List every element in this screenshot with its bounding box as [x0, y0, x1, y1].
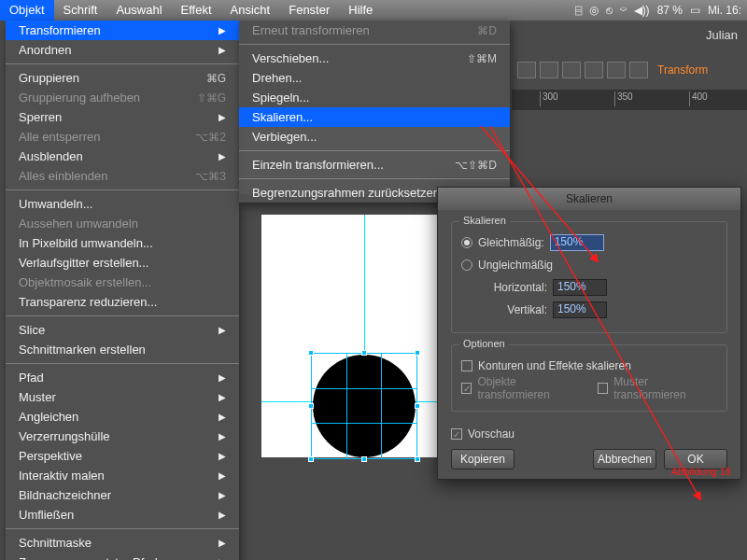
menu-item[interactable]: Verbiegen...: [239, 127, 510, 147]
menu-shortcut: ⇧⌘M: [467, 52, 497, 65]
resize-handle[interactable]: [308, 403, 314, 409]
menu-item[interactable]: In Pixelbild umwandeln...: [6, 233, 239, 253]
menu-item[interactable]: Anordnen▶: [6, 40, 239, 60]
menu-item-label: Bildnachzeichner: [19, 488, 111, 502]
submenu-arrow-icon: ▶: [218, 392, 226, 402]
align-icon[interactable]: [607, 62, 626, 78]
submenu-arrow-icon: ▶: [218, 431, 226, 441]
align-toolbar: Transform: [514, 56, 747, 84]
menu-item[interactable]: Bildnachzeichner▶: [6, 485, 239, 505]
menu-item[interactable]: Angleichen▶: [6, 407, 239, 427]
menu-item[interactable]: Schnittmaske▶: [6, 533, 239, 553]
resize-handle[interactable]: [361, 350, 367, 356]
menu-item-label: Angleichen: [19, 410, 78, 424]
objekt-menu[interactable]: Transformieren▶Anordnen▶Gruppieren⌘GGrup…: [6, 21, 239, 560]
menu-item-label: Zusammengesetzter Pfad: [19, 555, 158, 560]
submenu-arrow-icon: ▶: [218, 538, 226, 548]
align-icon[interactable]: [629, 62, 648, 78]
menu-ansicht[interactable]: Ansicht: [221, 0, 280, 21]
menu-item: Gruppierung aufheben⇧⌘G: [6, 88, 239, 107]
resize-handle[interactable]: [308, 350, 314, 356]
menu-item[interactable]: Sperren▶: [6, 107, 239, 127]
menu-item[interactable]: Zusammengesetzter Pfad▶: [6, 553, 239, 560]
menu-item-label: Erneut transformieren: [252, 23, 370, 37]
align-icon[interactable]: [540, 62, 558, 78]
menu-shortcut: ⌥⌘2: [195, 131, 226, 144]
menu-shortcut: ⌘D: [477, 24, 497, 37]
menu-item[interactable]: Transformieren▶: [6, 21, 239, 40]
submenu-arrow-icon: ▶: [218, 325, 226, 335]
menu-item[interactable]: Transparenz reduzieren...: [6, 292, 239, 312]
menu-item-label: Alles einblenden: [19, 169, 107, 183]
menu-item-label: Umfließen: [19, 508, 74, 522]
radio-nonuniform[interactable]: [461, 259, 472, 271]
menu-item[interactable]: Spiegeln...: [239, 88, 510, 107]
radio-uniform[interactable]: [461, 237, 472, 248]
menu-item[interactable]: Einzeln transformieren...⌥⇧⌘D: [239, 155, 510, 175]
menu-item-label: Verschieben...: [252, 51, 329, 65]
menu-item-label: Begrenzungsrahmen zurücksetzen: [252, 186, 440, 200]
ruler-horizontal: 300 350 400: [512, 90, 747, 110]
menu-schrift[interactable]: Schrift: [54, 0, 107, 21]
menu-item[interactable]: Skalieren...: [239, 107, 510, 127]
menu-item: Aussehen umwandeln: [6, 214, 239, 233]
menu-item[interactable]: Ausblenden▶: [6, 147, 239, 166]
menu-item[interactable]: Verlaufsgitter erstellen...: [6, 253, 239, 273]
menu-shortcut: ⇧⌘G: [197, 91, 226, 105]
resize-handle[interactable]: [415, 456, 420, 462]
menu-item[interactable]: Verschieben...⇧⌘M: [239, 49, 510, 68]
menu-item-label: Aussehen umwandeln: [19, 217, 138, 231]
checkbox-scale-strokes[interactable]: [461, 360, 472, 371]
menu-fenster[interactable]: Fenster: [279, 0, 339, 21]
menu-shortcut: ⌘G: [206, 72, 226, 85]
svg-line-1: [490, 126, 700, 499]
menu-auswahl[interactable]: Auswahl: [106, 0, 171, 21]
menu-item-label: Gruppierung aufheben: [19, 91, 140, 105]
menu-item: Alle entsperren⌥⌘2: [6, 127, 239, 147]
clock: Mi. 16:: [708, 4, 741, 17]
menu-item[interactable]: Drehen...: [239, 68, 510, 88]
volume-icon: ◀)): [634, 4, 650, 17]
menu-item[interactable]: Perspektive▶: [6, 446, 239, 466]
menu-item[interactable]: Umfließen▶: [6, 505, 239, 525]
transformieren-submenu[interactable]: Erneut transformieren⌘DVerschieben...⇧⌘M…: [239, 21, 510, 203]
sync-icon: ◎: [589, 4, 599, 17]
selection-bounding-box[interactable]: [311, 353, 417, 459]
menu-item: Objektmosaik erstellen...: [6, 273, 239, 292]
checkbox-preview[interactable]: [451, 428, 462, 440]
menu-item-label: Transparenz reduzieren...: [19, 295, 157, 309]
panel-tab-transform[interactable]: Transform: [657, 63, 708, 77]
resize-handle[interactable]: [361, 456, 367, 462]
menu-item[interactable]: Muster▶: [6, 387, 239, 407]
menu-item-label: Schnittmarken erstellen: [19, 343, 146, 357]
menu-item[interactable]: Pfad▶: [6, 368, 239, 387]
menu-item[interactable]: Verzerrungshülle▶: [6, 427, 239, 446]
menu-item: Erneut transformieren⌘D: [239, 21, 510, 40]
menu-item[interactable]: Umwandeln...: [6, 194, 239, 214]
annotation-arrow-icon: [486, 121, 728, 513]
submenu-arrow-icon: ▶: [218, 25, 226, 35]
menu-item-label: Sperren: [19, 110, 62, 124]
checkbox-transform-objects: [461, 383, 472, 394]
resize-handle[interactable]: [308, 456, 314, 462]
menu-item[interactable]: Gruppieren⌘G: [6, 68, 239, 88]
menu-item[interactable]: Slice▶: [6, 320, 239, 340]
menu-item-label: Skalieren...: [252, 110, 313, 124]
menu-item-label: Perspektive: [19, 449, 82, 463]
menu-item[interactable]: Schnittmarken erstellen: [6, 340, 239, 359]
menu-item-label: Slice: [19, 323, 45, 337]
align-icon[interactable]: [585, 62, 603, 78]
resize-handle[interactable]: [415, 403, 420, 409]
submenu-arrow-icon: ▶: [218, 112, 226, 122]
resize-handle[interactable]: [415, 350, 420, 356]
align-icon[interactable]: [517, 62, 536, 78]
menu-item[interactable]: Interaktiv malen▶: [6, 466, 239, 485]
menu-item-label: Spiegeln...: [252, 91, 309, 105]
menu-effekt[interactable]: Effekt: [172, 0, 221, 21]
menu-item-label: Interaktiv malen: [19, 469, 105, 483]
menu-hilfe[interactable]: Hilfe: [339, 0, 382, 21]
menu-objekt[interactable]: Objekt: [0, 0, 54, 21]
menubar-status: ⌸ ◎ ⎋ ⌔ ◀)) 87 % ▭ Mi. 16:: [575, 0, 747, 21]
align-icon[interactable]: [562, 62, 581, 78]
menu-item-label: Muster: [19, 390, 56, 404]
